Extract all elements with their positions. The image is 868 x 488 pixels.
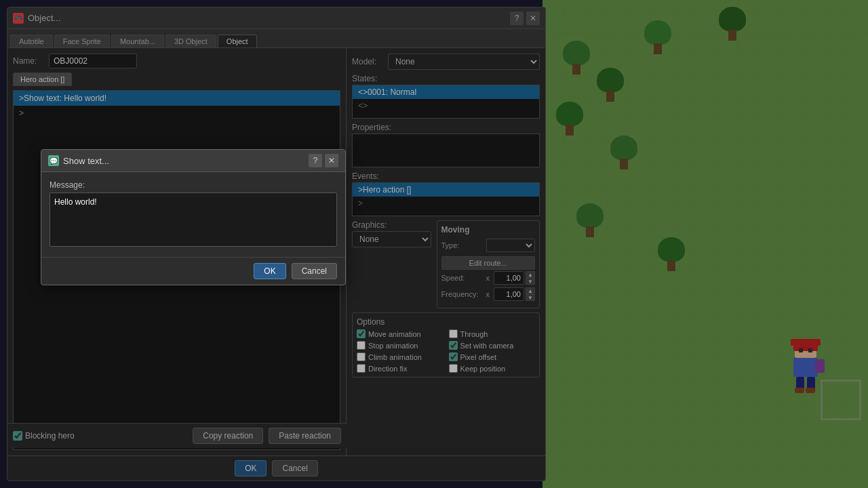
dialog-close-button[interactable]: ✕ bbox=[325, 154, 338, 167]
dialog-content: Message: Hello world! bbox=[41, 172, 345, 257]
dialog-cancel-button[interactable]: Cancel bbox=[292, 263, 337, 279]
show-text-dialog: 💬 Show text... ? ✕ Message: Hello world!… bbox=[41, 149, 346, 285]
dialog-help-button[interactable]: ? bbox=[309, 154, 322, 167]
dialog-titlebar: 💬 Show text... ? ✕ bbox=[41, 150, 345, 172]
dialog-ok-button[interactable]: OK bbox=[254, 263, 285, 279]
message-textarea[interactable]: Hello world! bbox=[50, 192, 337, 247]
dialog-icon: 💬 bbox=[48, 155, 59, 166]
dialog-footer: OK Cancel bbox=[41, 257, 345, 285]
dialog-title: Show text... bbox=[63, 156, 109, 166]
message-label: Message: bbox=[50, 180, 337, 190]
dialog-overlay: 💬 Show text... ? ✕ Message: Hello world!… bbox=[0, 0, 868, 488]
dialog-title-left: 💬 Show text... bbox=[48, 155, 109, 166]
dialog-titlebar-btns: ? ✕ bbox=[309, 154, 338, 167]
